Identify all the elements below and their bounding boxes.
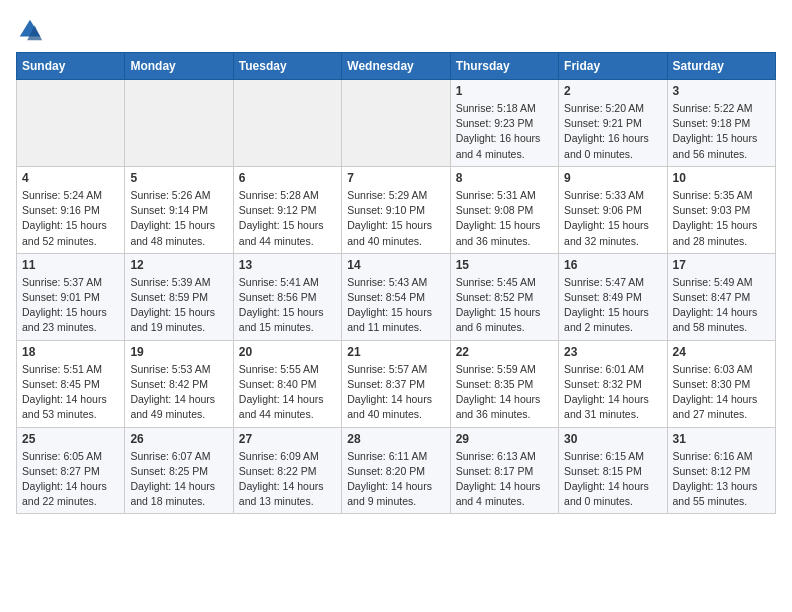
day-number: 14 [347, 258, 444, 272]
day-info: Sunrise: 5:22 AMSunset: 9:18 PMDaylight:… [673, 101, 770, 162]
calendar-day-cell: 15Sunrise: 5:45 AMSunset: 8:52 PMDayligh… [450, 253, 558, 340]
calendar-day-cell: 1Sunrise: 5:18 AMSunset: 9:23 PMDaylight… [450, 80, 558, 167]
day-number: 19 [130, 345, 227, 359]
calendar-day-cell: 11Sunrise: 5:37 AMSunset: 9:01 PMDayligh… [17, 253, 125, 340]
day-info: Sunrise: 5:33 AMSunset: 9:06 PMDaylight:… [564, 188, 661, 249]
calendar-day-cell: 20Sunrise: 5:55 AMSunset: 8:40 PMDayligh… [233, 340, 341, 427]
day-info: Sunrise: 6:01 AMSunset: 8:32 PMDaylight:… [564, 362, 661, 423]
day-info: Sunrise: 5:59 AMSunset: 8:35 PMDaylight:… [456, 362, 553, 423]
weekday-header-thursday: Thursday [450, 53, 558, 80]
day-number: 23 [564, 345, 661, 359]
day-number: 11 [22, 258, 119, 272]
day-number: 9 [564, 171, 661, 185]
day-number: 18 [22, 345, 119, 359]
day-info: Sunrise: 5:28 AMSunset: 9:12 PMDaylight:… [239, 188, 336, 249]
calendar-day-cell: 4Sunrise: 5:24 AMSunset: 9:16 PMDaylight… [17, 166, 125, 253]
calendar-week-row: 11Sunrise: 5:37 AMSunset: 9:01 PMDayligh… [17, 253, 776, 340]
calendar-day-cell: 27Sunrise: 6:09 AMSunset: 8:22 PMDayligh… [233, 427, 341, 514]
calendar-day-cell: 29Sunrise: 6:13 AMSunset: 8:17 PMDayligh… [450, 427, 558, 514]
day-info: Sunrise: 5:55 AMSunset: 8:40 PMDaylight:… [239, 362, 336, 423]
day-number: 22 [456, 345, 553, 359]
calendar-day-cell: 7Sunrise: 5:29 AMSunset: 9:10 PMDaylight… [342, 166, 450, 253]
day-number: 27 [239, 432, 336, 446]
calendar-day-cell [342, 80, 450, 167]
calendar-table: SundayMondayTuesdayWednesdayThursdayFrid… [16, 52, 776, 514]
calendar-day-cell: 16Sunrise: 5:47 AMSunset: 8:49 PMDayligh… [559, 253, 667, 340]
day-info: Sunrise: 5:47 AMSunset: 8:49 PMDaylight:… [564, 275, 661, 336]
calendar-day-cell [233, 80, 341, 167]
day-number: 2 [564, 84, 661, 98]
calendar-week-row: 18Sunrise: 5:51 AMSunset: 8:45 PMDayligh… [17, 340, 776, 427]
calendar-day-cell [125, 80, 233, 167]
weekday-header-monday: Monday [125, 53, 233, 80]
day-number: 25 [22, 432, 119, 446]
calendar-day-cell: 14Sunrise: 5:43 AMSunset: 8:54 PMDayligh… [342, 253, 450, 340]
day-info: Sunrise: 5:18 AMSunset: 9:23 PMDaylight:… [456, 101, 553, 162]
day-info: Sunrise: 6:16 AMSunset: 8:12 PMDaylight:… [673, 449, 770, 510]
calendar-day-cell: 18Sunrise: 5:51 AMSunset: 8:45 PMDayligh… [17, 340, 125, 427]
calendar-day-cell: 10Sunrise: 5:35 AMSunset: 9:03 PMDayligh… [667, 166, 775, 253]
weekday-header-sunday: Sunday [17, 53, 125, 80]
day-info: Sunrise: 6:13 AMSunset: 8:17 PMDaylight:… [456, 449, 553, 510]
day-info: Sunrise: 5:43 AMSunset: 8:54 PMDaylight:… [347, 275, 444, 336]
weekday-header-wednesday: Wednesday [342, 53, 450, 80]
weekday-header-row: SundayMondayTuesdayWednesdayThursdayFrid… [17, 53, 776, 80]
day-info: Sunrise: 5:39 AMSunset: 8:59 PMDaylight:… [130, 275, 227, 336]
calendar-week-row: 4Sunrise: 5:24 AMSunset: 9:16 PMDaylight… [17, 166, 776, 253]
day-info: Sunrise: 5:53 AMSunset: 8:42 PMDaylight:… [130, 362, 227, 423]
day-info: Sunrise: 5:37 AMSunset: 9:01 PMDaylight:… [22, 275, 119, 336]
day-number: 6 [239, 171, 336, 185]
calendar-day-cell: 12Sunrise: 5:39 AMSunset: 8:59 PMDayligh… [125, 253, 233, 340]
calendar-day-cell: 31Sunrise: 6:16 AMSunset: 8:12 PMDayligh… [667, 427, 775, 514]
day-info: Sunrise: 5:31 AMSunset: 9:08 PMDaylight:… [456, 188, 553, 249]
day-info: Sunrise: 6:15 AMSunset: 8:15 PMDaylight:… [564, 449, 661, 510]
weekday-header-friday: Friday [559, 53, 667, 80]
calendar-day-cell: 17Sunrise: 5:49 AMSunset: 8:47 PMDayligh… [667, 253, 775, 340]
weekday-header-tuesday: Tuesday [233, 53, 341, 80]
day-info: Sunrise: 5:35 AMSunset: 9:03 PMDaylight:… [673, 188, 770, 249]
calendar-day-cell: 24Sunrise: 6:03 AMSunset: 8:30 PMDayligh… [667, 340, 775, 427]
day-info: Sunrise: 6:03 AMSunset: 8:30 PMDaylight:… [673, 362, 770, 423]
day-info: Sunrise: 5:20 AMSunset: 9:21 PMDaylight:… [564, 101, 661, 162]
calendar-day-cell: 3Sunrise: 5:22 AMSunset: 9:18 PMDaylight… [667, 80, 775, 167]
calendar-day-cell: 2Sunrise: 5:20 AMSunset: 9:21 PMDaylight… [559, 80, 667, 167]
logo-icon [16, 16, 44, 44]
calendar-day-cell: 25Sunrise: 6:05 AMSunset: 8:27 PMDayligh… [17, 427, 125, 514]
day-info: Sunrise: 6:05 AMSunset: 8:27 PMDaylight:… [22, 449, 119, 510]
day-number: 7 [347, 171, 444, 185]
day-info: Sunrise: 5:29 AMSunset: 9:10 PMDaylight:… [347, 188, 444, 249]
day-info: Sunrise: 5:45 AMSunset: 8:52 PMDaylight:… [456, 275, 553, 336]
day-info: Sunrise: 6:09 AMSunset: 8:22 PMDaylight:… [239, 449, 336, 510]
day-number: 12 [130, 258, 227, 272]
calendar-day-cell: 5Sunrise: 5:26 AMSunset: 9:14 PMDaylight… [125, 166, 233, 253]
day-info: Sunrise: 5:41 AMSunset: 8:56 PMDaylight:… [239, 275, 336, 336]
calendar-day-cell: 9Sunrise: 5:33 AMSunset: 9:06 PMDaylight… [559, 166, 667, 253]
calendar-day-cell: 21Sunrise: 5:57 AMSunset: 8:37 PMDayligh… [342, 340, 450, 427]
calendar-day-cell [17, 80, 125, 167]
calendar-day-cell: 6Sunrise: 5:28 AMSunset: 9:12 PMDaylight… [233, 166, 341, 253]
day-number: 28 [347, 432, 444, 446]
calendar-week-row: 1Sunrise: 5:18 AMSunset: 9:23 PMDaylight… [17, 80, 776, 167]
calendar-day-cell: 26Sunrise: 6:07 AMSunset: 8:25 PMDayligh… [125, 427, 233, 514]
day-info: Sunrise: 5:49 AMSunset: 8:47 PMDaylight:… [673, 275, 770, 336]
day-number: 5 [130, 171, 227, 185]
day-number: 10 [673, 171, 770, 185]
day-number: 1 [456, 84, 553, 98]
day-number: 31 [673, 432, 770, 446]
day-number: 16 [564, 258, 661, 272]
calendar-day-cell: 13Sunrise: 5:41 AMSunset: 8:56 PMDayligh… [233, 253, 341, 340]
weekday-header-saturday: Saturday [667, 53, 775, 80]
day-info: Sunrise: 5:51 AMSunset: 8:45 PMDaylight:… [22, 362, 119, 423]
calendar-day-cell: 28Sunrise: 6:11 AMSunset: 8:20 PMDayligh… [342, 427, 450, 514]
day-info: Sunrise: 6:07 AMSunset: 8:25 PMDaylight:… [130, 449, 227, 510]
day-number: 26 [130, 432, 227, 446]
day-number: 3 [673, 84, 770, 98]
day-info: Sunrise: 5:57 AMSunset: 8:37 PMDaylight:… [347, 362, 444, 423]
day-number: 20 [239, 345, 336, 359]
day-number: 15 [456, 258, 553, 272]
calendar-day-cell: 19Sunrise: 5:53 AMSunset: 8:42 PMDayligh… [125, 340, 233, 427]
day-number: 29 [456, 432, 553, 446]
day-number: 30 [564, 432, 661, 446]
day-info: Sunrise: 6:11 AMSunset: 8:20 PMDaylight:… [347, 449, 444, 510]
calendar-week-row: 25Sunrise: 6:05 AMSunset: 8:27 PMDayligh… [17, 427, 776, 514]
